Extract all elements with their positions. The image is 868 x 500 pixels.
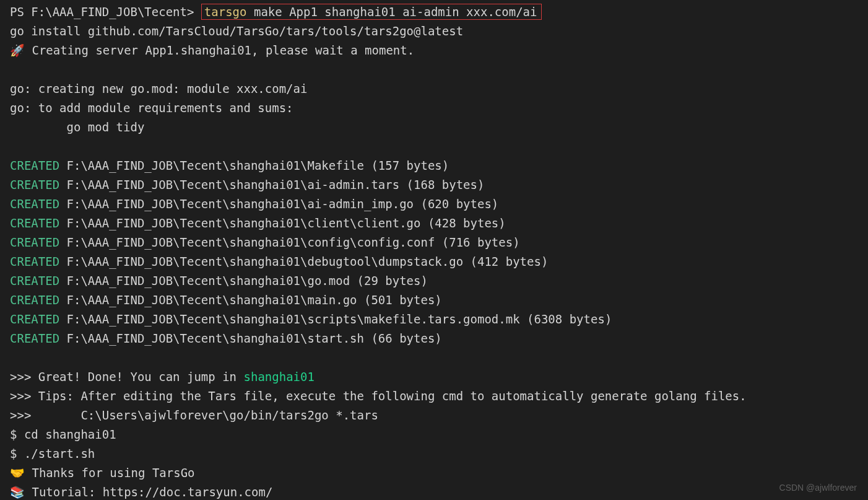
done-project-name: shanghai01: [244, 370, 315, 384]
install-line: go install github.com/TarsCloud/TarsGo/t…: [10, 24, 463, 38]
created-label: CREATED: [10, 293, 59, 307]
created-path: F:\AAA_FIND_JOB\Tecent\shanghai01\start.…: [59, 331, 442, 345]
created-path: F:\AAA_FIND_JOB\Tecent\shanghai01\config…: [59, 235, 520, 249]
books-icon: 📚: [10, 485, 25, 499]
terminal-output[interactable]: PS F:\AAA_FIND_JOB\Tecent> tarsgo make A…: [0, 0, 868, 500]
prompt-prefix: PS F:\AAA_FIND_JOB\Tecent>: [10, 5, 201, 19]
tips-line: >>> Tips: After editing the Tars file, e…: [10, 389, 747, 403]
created-label: CREATED: [10, 159, 59, 172]
created-label: CREATED: [10, 331, 59, 345]
sh-start: $ ./start.sh: [10, 447, 95, 460]
created-path: F:\AAA_FIND_JOB\Tecent\shanghai01\client…: [59, 216, 506, 230]
created-path: F:\AAA_FIND_JOB\Tecent\shanghai01\debugt…: [59, 255, 548, 268]
created-label: CREATED: [10, 312, 59, 326]
creating-server-text: Creating server App1.shanghai01, please …: [25, 43, 414, 57]
rocket-icon: 🚀: [10, 43, 25, 57]
command-rest: make App1 shanghai01 ai-admin xxx.com/ai: [247, 5, 537, 19]
done-prefix: >>> Great! Done! You can jump in: [10, 370, 244, 384]
created-path: F:\AAA_FIND_JOB\Tecent\shanghai01\main.g…: [59, 293, 442, 307]
created-label: CREATED: [10, 197, 59, 211]
tips-cmd: >>> C:\Users\ajwlforever\go/bin/tars2go …: [10, 408, 378, 422]
handshake-icon: 🤝: [10, 466, 25, 480]
created-path: F:\AAA_FIND_JOB\Tecent\shanghai01\go.mod…: [59, 274, 428, 287]
created-label: CREATED: [10, 216, 59, 230]
created-path: F:\AAA_FIND_JOB\Tecent\shanghai01\ai-adm…: [59, 178, 484, 191]
gomod-line-3: go mod tidy: [10, 120, 144, 134]
created-path: F:\AAA_FIND_JOB\Tecent\shanghai01\Makefi…: [59, 159, 449, 172]
highlighted-command-box: tarsgo make App1 shanghai01 ai-admin xxx…: [201, 4, 542, 20]
gomod-line-2: go: to add module requirements and sums:: [10, 101, 293, 115]
created-label: CREATED: [10, 178, 59, 191]
tutorial-text: Tutorial: https://doc.tarsyun.com/: [25, 485, 272, 499]
created-path: F:\AAA_FIND_JOB\Tecent\shanghai01\ai-adm…: [59, 197, 498, 211]
gomod-line-1: go: creating new go.mod: module xxx.com/…: [10, 82, 307, 95]
created-label: CREATED: [10, 274, 59, 287]
created-path: F:\AAA_FIND_JOB\Tecent\shanghai01\script…: [59, 312, 612, 326]
created-label: CREATED: [10, 235, 59, 249]
created-label: CREATED: [10, 255, 59, 268]
thanks-text: Thanks for using TarsGo: [25, 466, 195, 480]
command-first-word: tarsgo: [204, 5, 247, 19]
sh-cd: $ cd shanghai01: [10, 428, 116, 441]
